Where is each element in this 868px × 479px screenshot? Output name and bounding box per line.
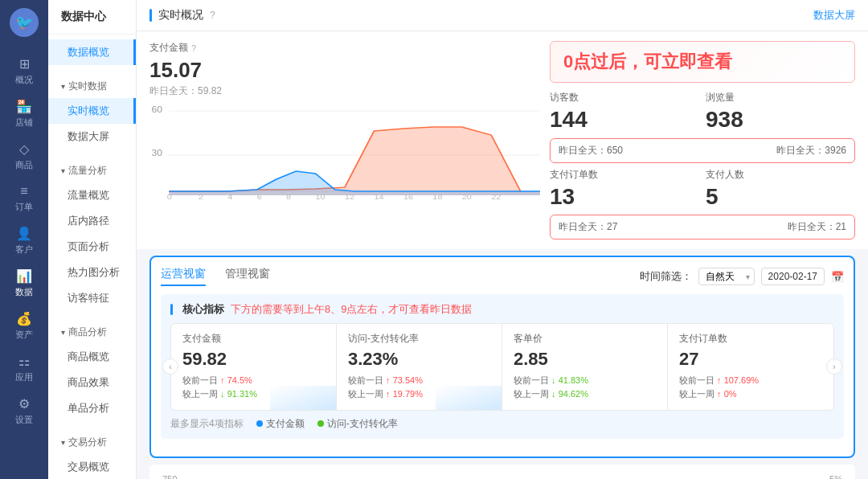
buyers-label: 支付人数 (706, 168, 855, 182)
arrow-up-0-1: ↑ (220, 375, 227, 385)
shop-icon: 🏪 (16, 99, 32, 114)
customer-icon: 👤 (16, 226, 32, 241)
legend-label-payment: 支付金额 (266, 417, 305, 431)
buyers-value: 5 (706, 183, 855, 211)
sidebar-item-product-overview[interactable]: 商品概览 (48, 344, 136, 370)
legend-item-conversion: 访问-支付转化率 (317, 417, 398, 431)
nav-item-shop[interactable]: 🏪 店铺 (0, 92, 48, 135)
y-label-5pct: 5% (829, 474, 842, 479)
sidebar-item-visitor-profile[interactable]: 访客特征 (48, 285, 136, 311)
svg-text:10: 10 (316, 193, 326, 199)
metric-aov-compare: 较前一日 ↓ 41.83% 较上一周 ↓ 94.62% (514, 374, 656, 402)
chevron-down-icon: ▾ (61, 82, 65, 91)
filter-select-wrap[interactable]: 自然天 昨日 近7天 (698, 268, 755, 285)
sidebar-section-realtime-title[interactable]: ▾ 实时数据 (48, 75, 136, 98)
nav-item-asset[interactable]: 💰 资产 (0, 305, 48, 347)
compare-prev-week-val-3: 0% (724, 389, 737, 399)
arrow-up-3-2: ↑ (717, 389, 724, 399)
metric-conversion-value: 3.23% (348, 349, 490, 370)
sidebar-item-traffic-overview[interactable]: 流量概览 (48, 182, 136, 208)
sidebar-section-product-title[interactable]: ▾ 商品分析 (48, 321, 136, 344)
tab-management-view[interactable]: 管理视窗 (225, 267, 270, 286)
left-navigation: 🐦 ⊞ 概况 🏪 店铺 ◇ 商品 ≡ 订单 👤 客户 📊 数据 💰 资产 ⚏ 应… (0, 0, 48, 479)
sidebar-section-product: ▾ 商品分析 商品概览 商品效果 单品分析 (48, 316, 136, 426)
compare-prev-day-label-3: 较前一日 (679, 375, 714, 385)
nav-label-data: 数据 (15, 286, 33, 298)
buyers-sub: 昨日全天：21 (788, 220, 846, 234)
nav-item-product[interactable]: ◇ 商品 (0, 135, 48, 178)
core-title-row: 核心指标 下方的需要等到上午8、9点左右，才可查看昨日数据 (170, 302, 834, 317)
svg-text:20: 20 (462, 193, 473, 199)
panel-tabs-row: 运营视窗 管理视窗 时间筛选： 自然天 昨日 近7天 2020-02-17 📅 (161, 267, 844, 286)
logo-icon: 🐦 (15, 14, 33, 31)
compare-prev-week-val-2: 94.62% (559, 389, 588, 399)
sidebar-section-transaction-title[interactable]: ▾ 交易分析 (48, 431, 136, 454)
sidebar-item-single-product[interactable]: 单品分析 (48, 395, 136, 421)
nav-item-customer[interactable]: 👤 客户 (0, 219, 48, 262)
metric-orders-compare: 较前一日 ↑ 107.69% 较上一周 ↑ 0% (679, 374, 822, 402)
chevron-down-icon-traffic: ▾ (61, 166, 65, 175)
sidebar-item-page-analysis[interactable]: 页面分析 (48, 234, 136, 260)
svg-text:14: 14 (374, 193, 384, 199)
sidebar-item-data-screen[interactable]: 数据大屏 (48, 124, 136, 149)
compare-prev-week-label-2: 较上一周 (514, 389, 549, 399)
sidebar-title: 数据中心 (48, 0, 136, 35)
sidebar-item-heatmap[interactable]: 热力图分析 (48, 260, 136, 285)
nav-item-data[interactable]: 📊 数据 (0, 262, 48, 305)
sidebar-item-in-store-path[interactable]: 店内路径 (48, 208, 136, 234)
carousel-next-button[interactable]: › (826, 358, 842, 375)
metric-avg-order-value: 客单价 2.85 较前一日 ↓ 41.83% 较上一周 ↓ 94.62% (502, 324, 668, 410)
sidebar-item-data-overview[interactable]: 数据概览 (48, 39, 136, 65)
order-icon: ≡ (20, 184, 27, 199)
date-display[interactable]: 2020-02-17 (761, 268, 825, 285)
metric-payment-name: 支付金额 (182, 332, 325, 346)
tab-operations-view[interactable]: 运营视窗 (161, 267, 206, 286)
top-bar: 实时概况 ? 数据大屏 (137, 0, 868, 31)
orders-label: 支付订单数 (550, 168, 699, 182)
y-label-750: 750 (162, 474, 177, 479)
data-screen-link[interactable]: 数据大屏 (813, 8, 855, 23)
stats-right: 0点过后，可立即查看 访客数 144 浏览量 938 昨日全天：650 昨日全天… (550, 41, 855, 240)
stat-pageviews: 浏览量 938 (706, 91, 855, 133)
metric-conversion-name: 访问-支付转化率 (348, 332, 490, 346)
nav-label-customer: 客户 (15, 244, 33, 256)
calendar-icon[interactable]: 📅 (831, 271, 844, 283)
app-icon: ⚏ (18, 354, 30, 369)
nav-item-overview[interactable]: ⊞ 概况 (0, 50, 48, 92)
section-label-realtime: 实时数据 (68, 80, 107, 93)
arrow-up-1-2: ↑ (386, 389, 393, 399)
arrow-up-1-1: ↑ (386, 375, 393, 385)
compare-prev-day-val-3: 107.69% (724, 375, 759, 385)
overview-icon: ⊞ (19, 56, 30, 72)
sidebar-section-traffic-title[interactable]: ▾ 流量分析 (48, 159, 136, 182)
section-label-transaction: 交易分析 (68, 436, 107, 449)
compare-prev-week-val-1: 19.79% (393, 389, 423, 399)
product-icon: ◇ (19, 141, 29, 157)
visitors-sub-row: 昨日全天：650 昨日全天：3926 (550, 138, 855, 163)
legend-label-conversion: 访问-支付转化率 (327, 417, 398, 431)
sidebar-item-product-effect[interactable]: 商品效果 (48, 370, 136, 395)
compare-prev-day-label-0: 较前一日 (182, 375, 218, 385)
settings-icon: ⚙ (18, 396, 30, 411)
nav-item-settings[interactable]: ⚙ 设置 (0, 390, 48, 432)
nav-item-order[interactable]: ≡ 订单 (0, 178, 48, 219)
sidebar-section-realtime: ▾ 实时数据 实时概览 数据大屏 (48, 70, 136, 154)
svg-text:2: 2 (199, 193, 204, 199)
nav-item-app[interactable]: ⚏ 应用 (0, 347, 48, 390)
sidebar-item-transaction-overview[interactable]: 交易概览 (48, 454, 136, 479)
help-icon[interactable]: ? (210, 10, 215, 21)
svg-text:18: 18 (432, 193, 443, 199)
metrics-grid: 支付金额 59.82 较前一日 ↑ 74.5% 较上一周 ↓ 91.31% (170, 323, 834, 411)
realtime-chart: 60 30 0 2 4 6 8 (149, 103, 540, 199)
svg-text:22: 22 (491, 193, 502, 199)
sidebar-item-realtime-overview[interactable]: 实时概览 (48, 98, 136, 124)
nav-label-order: 订单 (15, 201, 33, 213)
carousel-prev-button[interactable]: ‹ (162, 358, 178, 375)
time-filter-select[interactable]: 自然天 昨日 近7天 (698, 268, 755, 285)
visitors-sub: 昨日全天：650 (559, 144, 623, 158)
metric-orders-value: 27 (679, 349, 822, 370)
svg-text:8: 8 (286, 193, 292, 199)
stat-visitors: 访客数 144 (550, 91, 699, 133)
bottom-panel: 运营视窗 管理视窗 时间筛选： 自然天 昨日 近7天 2020-02-17 📅 (149, 256, 855, 458)
chart-sub: 昨日全天：59.82 (149, 84, 540, 98)
